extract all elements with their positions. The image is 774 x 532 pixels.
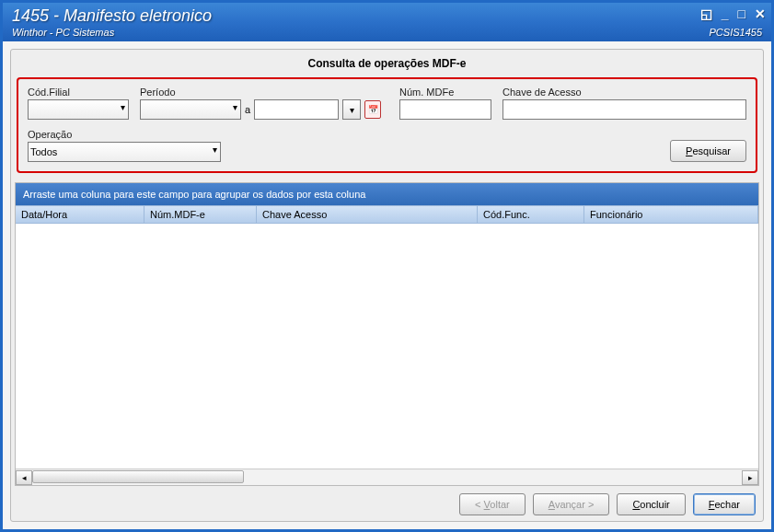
avancar-button: Avançar > — [533, 493, 610, 515]
group-by-bar[interactable]: Arraste uma coluna para este campo para … — [16, 183, 758, 205]
main-panel: Consulta de operações MDF-e Cód.Filial P… — [10, 49, 764, 522]
window-title: 1455 - Manifesto eletronico — [12, 6, 212, 26]
voltar-button: < Voltar — [459, 493, 526, 515]
periodo-fim-input[interactable] — [254, 99, 339, 120]
operacao-label: Operação — [28, 129, 221, 140]
window-controls: ◱ _ □ ✕ — [700, 6, 766, 21]
num-mdfe-input[interactable] — [399, 99, 491, 120]
close-icon[interactable]: ✕ — [755, 6, 766, 21]
app-window: 1455 - Manifesto eletronico Winthor - PC… — [0, 0, 774, 532]
window-subtitle: Winthor - PC Sistemas — [12, 27, 114, 38]
grid-area: Arraste uma coluna para este campo para … — [15, 182, 759, 486]
cod-filial-select[interactable] — [28, 99, 129, 120]
scroll-thumb[interactable] — [32, 470, 244, 483]
panel-title: Consulta de operações MDF-e — [15, 53, 759, 75]
grid-body[interactable] — [16, 224, 758, 468]
periodo-inicio-select[interactable] — [140, 99, 241, 120]
scroll-right-icon[interactable]: ▸ — [742, 470, 758, 485]
scroll-left-icon[interactable]: ◂ — [16, 470, 32, 485]
fechar-button[interactable]: Fechar — [693, 493, 756, 515]
col-header-nummdf[interactable]: Núm.MDF-e — [144, 206, 257, 223]
scroll-track[interactable] — [32, 470, 742, 485]
horizontal-scrollbar[interactable]: ◂ ▸ — [16, 468, 758, 485]
periodo-label: Período — [140, 87, 388, 98]
footer-buttons: < Voltar Avançar > Concluir Fechar — [15, 486, 759, 517]
col-header-codfunc[interactable]: Cód.Func. — [478, 206, 584, 223]
column-headers: Data/Hora Núm.MDF-e Chave Acesso Cód.Fun… — [16, 205, 758, 224]
chave-acesso-input[interactable] — [503, 99, 746, 120]
num-mdfe-label: Núm. MDFe — [399, 87, 491, 98]
filter-box: Cód.Filial Período a ▾ 📅 — [17, 77, 757, 173]
pesquisar-button[interactable]: Pesquisar — [670, 140, 746, 162]
content-area: Consulta de operações MDF-e Cód.Filial P… — [3, 41, 771, 529]
col-header-funcionario[interactable]: Funcionário — [584, 206, 758, 223]
minimize-icon[interactable]: _ — [722, 6, 729, 21]
operacao-select[interactable]: Todos — [28, 142, 221, 162]
periodo-sep: a — [245, 104, 250, 115]
chave-acesso-label: Chave de Acesso — [503, 87, 746, 98]
titlebar: 1455 - Manifesto eletronico Winthor - PC… — [3, 3, 771, 41]
calendar-icon[interactable]: 📅 — [364, 100, 381, 119]
periodo-fim-dropdown[interactable]: ▾ — [342, 99, 361, 120]
maximize-icon[interactable]: □ — [738, 6, 745, 21]
restore-icon[interactable]: ◱ — [700, 6, 712, 21]
col-header-chave[interactable]: Chave Acesso — [257, 206, 478, 223]
col-header-datahora[interactable]: Data/Hora — [16, 206, 144, 223]
cod-filial-label: Cód.Filial — [28, 87, 129, 98]
concluir-button[interactable]: Concluir — [617, 493, 685, 515]
window-code: PCSIS1455 — [710, 27, 762, 38]
